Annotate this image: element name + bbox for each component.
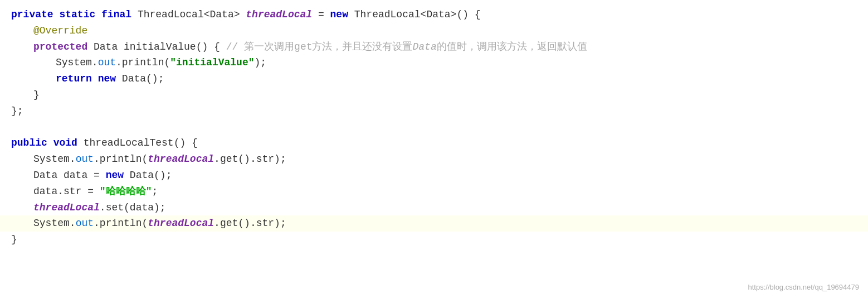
code-line-14: } [0, 232, 868, 248]
keyword-void: void [53, 135, 77, 151]
code-line-10: Data data = new Data(); [0, 167, 868, 184]
code-line-4: System.out.println("initialValue"); [0, 55, 868, 71]
keyword-static: static [59, 7, 95, 23]
keyword-private: private [11, 7, 53, 23]
field-threadlocal: threadLocal [246, 7, 312, 23]
field-out-4: out [98, 55, 116, 71]
keyword-return: return [56, 71, 92, 87]
field-out-9: out [76, 151, 94, 167]
string-initialvalue: "initialValue" [170, 55, 254, 71]
string-haha: "哈哈哈哈" [100, 184, 152, 200]
code-line-empty [0, 119, 868, 136]
code-line-1: private static final ThreadLocal<Data> t… [0, 7, 868, 23]
code-line-6: } [0, 87, 868, 103]
keyword-new-2: new [98, 71, 116, 87]
code-line-12: threadLocal.set(data); [0, 200, 868, 216]
keyword-protected: protected [33, 39, 87, 55]
threadlocal-ref-9: threadLocal [148, 151, 214, 167]
threadlocal-ref-12: threadLocal [33, 200, 100, 216]
code-line-5: return new Data(); [0, 71, 868, 87]
keyword-public: public [11, 135, 47, 151]
watermark: https://blog.csdn.net/qq_19694479 [748, 282, 860, 294]
field-out-13: out [76, 215, 94, 232]
code-block: private static final ThreadLocal<Data> t… [0, 0, 868, 298]
code-line-7: }; [0, 103, 868, 119]
annotation-override: @Override [33, 23, 87, 39]
code-line-11: data.str = "哈哈哈哈"; [0, 184, 868, 200]
code-line-13: System.out.println(threadLocal.get().str… [0, 215, 868, 232]
threadlocal-ref-13: threadLocal [148, 215, 214, 232]
code-line-9: System.out.println(threadLocal.get().str… [0, 151, 868, 167]
comment-line3: // 第一次调用get方法，并且还没有设置Data的值时，调用该方法，返回默认值 [226, 39, 587, 55]
keyword-new-10: new [106, 167, 124, 184]
code-line-3: protected Data initialValue() { // 第一次调用… [0, 39, 868, 55]
keyword-final: final [101, 7, 131, 23]
code-line-8: public void threadLocalTest() { [0, 135, 868, 151]
keyword-new: new [330, 7, 348, 23]
code-line-2: @Override [0, 23, 868, 39]
